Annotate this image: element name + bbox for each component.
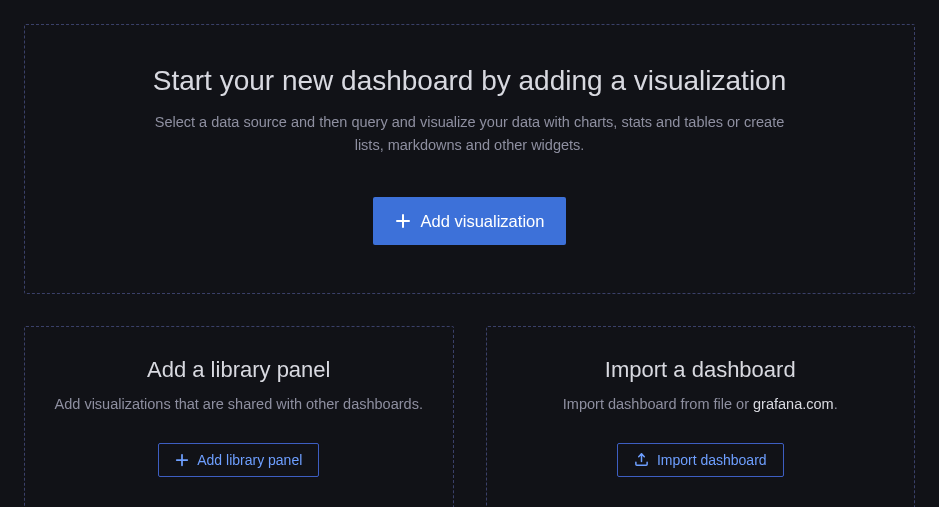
add-library-panel-card: Add a library panel Add visualizations t… [24, 326, 454, 507]
grafana-link[interactable]: grafana.com [753, 396, 834, 412]
main-subtitle: Select a data source and then query and … [150, 111, 790, 157]
import-dashboard-label: Import dashboard [657, 452, 767, 468]
import-dashboard-card: Import a dashboard Import dashboard from… [486, 326, 916, 507]
import-dashboard-button[interactable]: Import dashboard [617, 443, 784, 477]
import-desc-prefix: Import dashboard from file or [563, 396, 753, 412]
library-title: Add a library panel [147, 357, 330, 383]
add-library-panel-label: Add library panel [197, 452, 302, 468]
plus-icon [175, 453, 189, 467]
import-desc-suffix: . [834, 396, 838, 412]
import-desc: Import dashboard from file or grafana.co… [563, 393, 838, 416]
library-desc: Add visualizations that are shared with … [55, 393, 423, 416]
add-visualization-button[interactable]: Add visualization [373, 197, 567, 245]
add-library-panel-button[interactable]: Add library panel [158, 443, 319, 477]
plus-icon [395, 213, 411, 229]
add-visualization-label: Add visualization [421, 212, 545, 231]
add-visualization-card: Start your new dashboard by adding a vis… [24, 24, 915, 294]
import-title: Import a dashboard [605, 357, 796, 383]
upload-icon [634, 452, 649, 467]
main-title: Start your new dashboard by adding a vis… [153, 65, 787, 97]
